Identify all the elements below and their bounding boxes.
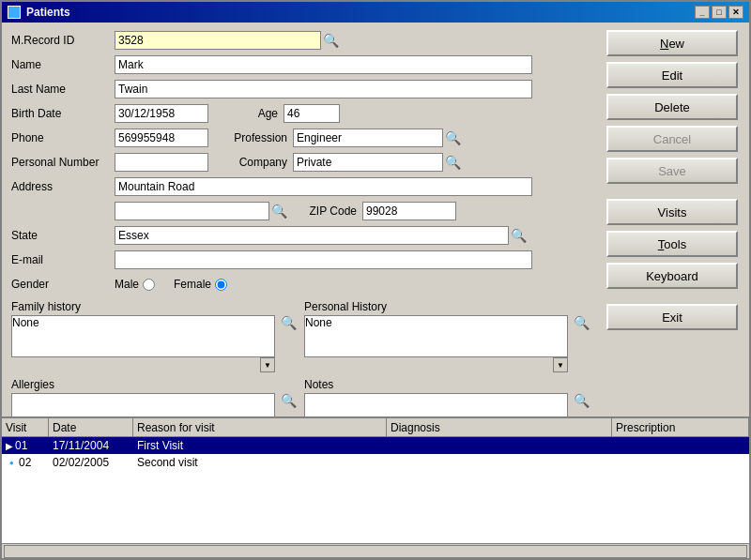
tools-button[interactable]: Tools — [606, 231, 738, 257]
lastname-input[interactable] — [115, 80, 532, 98]
state-search-icon[interactable]: 🔍 — [511, 228, 527, 243]
personal-history-label: Personal History — [304, 300, 590, 313]
personal-history-block: Personal History None ▼ 🔍 — [304, 300, 590, 372]
personalnumber-input[interactable] — [115, 153, 208, 172]
personal-history-input[interactable]: None — [304, 315, 568, 357]
mrecord-search-icon[interactable]: 🔍 — [323, 33, 339, 48]
allergies-inner: ▼ 🔍 — [11, 393, 297, 416]
exit-button[interactable]: Exit — [606, 304, 738, 330]
state-input[interactable] — [115, 226, 509, 245]
visit-cell-date-1: 02/02/2005 — [49, 454, 133, 471]
visit-cell-date-0: 17/11/2004 — [49, 437, 133, 454]
visits-button[interactable]: Visits — [606, 199, 738, 225]
maximize-button[interactable]: □ — [712, 6, 727, 19]
family-history-scroll-down[interactable]: ▼ — [260, 357, 275, 372]
delete-button[interactable]: Delete — [606, 94, 738, 120]
new-button[interactable]: New — [606, 30, 738, 56]
keyboard-button[interactable]: Keyboard — [606, 263, 738, 289]
gender-female-radio[interactable] — [215, 279, 227, 291]
gender-male-option[interactable]: Male — [115, 278, 155, 291]
gender-female-option[interactable]: Female — [174, 278, 227, 291]
gender-row: Gender Male Female — [11, 274, 590, 295]
lastname-row: Last Name — [11, 79, 590, 99]
title-bar: Patients _ □ ✕ — [2, 2, 749, 23]
table-row[interactable]: 🔹02 02/02/2005 Second visit — [2, 454, 749, 471]
name-input[interactable] — [115, 55, 532, 74]
col-header-diagnosis: Diagnosis — [387, 418, 612, 436]
bottom-scrollbar[interactable] — [2, 543, 749, 558]
personalnumber-label: Personal Number — [11, 156, 115, 169]
zipcode-input[interactable] — [362, 202, 456, 220]
name-label: Name — [11, 58, 115, 71]
family-history-search-icon[interactable]: 🔍 — [281, 315, 297, 330]
email-row: E-mail — [11, 250, 590, 270]
personalnumber-row: Personal Number Company 🔍 — [11, 152, 590, 173]
address-input[interactable] — [115, 177, 532, 196]
company-search-icon[interactable]: 🔍 — [445, 155, 461, 170]
visits-table-area: Visit Date Reason for visit Diagnosis Pr… — [2, 416, 749, 543]
gender-female-label: Female — [174, 278, 211, 291]
window-icon — [8, 6, 21, 19]
row-icon-0: ▶ — [6, 441, 13, 451]
family-history-input[interactable]: None — [11, 315, 275, 357]
address-row: Address — [11, 176, 590, 197]
state-label: State — [11, 229, 115, 242]
notes-search-icon[interactable]: 🔍 — [574, 393, 590, 408]
profession-search-icon[interactable]: 🔍 — [445, 130, 461, 145]
birthdate-input[interactable] — [115, 104, 208, 123]
main-window: Patients _ □ ✕ M.Record ID 🔍 Name Las — [0, 0, 751, 560]
visit-cell-prescription-0 — [612, 437, 749, 454]
horizontal-scroll-track[interactable] — [4, 545, 747, 558]
age-label: Age — [208, 107, 284, 120]
address2-search-icon[interactable]: 🔍 — [271, 204, 287, 219]
history-area: Family history None ▼ 🔍 — [11, 300, 590, 372]
allergies-notes-area: Allergies ▼ 🔍 Notes — [11, 378, 590, 416]
visit-cell-prescription-1 — [612, 454, 749, 471]
col-header-reason: Reason for visit — [133, 418, 387, 436]
personal-history-scroll-down[interactable]: ▼ — [553, 357, 568, 372]
allergies-label: Allergies — [11, 378, 297, 391]
age-input[interactable] — [284, 104, 340, 123]
save-button[interactable]: Save — [606, 158, 738, 184]
phone-row: Phone Profession 🔍 — [11, 128, 590, 148]
table-row[interactable]: ▶01 17/11/2004 First Visit — [2, 437, 749, 454]
family-history-inner: None ▼ 🔍 — [11, 315, 297, 372]
family-history-label: Family history — [11, 300, 297, 313]
gender-radio-group: Male Female — [115, 278, 227, 291]
visits-table-body: ▶01 17/11/2004 First Visit 🔹02 02/02/200… — [2, 437, 749, 543]
profession-label: Profession — [208, 131, 293, 144]
row-icon-1: 🔹 — [6, 458, 17, 468]
allergies-search-icon[interactable]: 🔍 — [281, 393, 297, 408]
address-label: Address — [11, 180, 115, 193]
phone-input[interactable] — [115, 129, 208, 147]
lastname-label: Last Name — [11, 83, 115, 96]
company-input[interactable] — [293, 153, 443, 172]
minimize-button[interactable]: _ — [695, 6, 710, 19]
email-input[interactable] — [115, 250, 532, 269]
cancel-button[interactable]: Cancel — [606, 126, 738, 152]
name-row: Name — [11, 54, 590, 75]
visit-cell-reason-1: Second visit — [133, 454, 387, 471]
birthdate-label: Birth Date — [11, 107, 115, 120]
family-history-block: Family history None ▼ 🔍 — [11, 300, 297, 372]
edit-button[interactable]: Edit — [606, 62, 738, 88]
close-button[interactable]: ✕ — [728, 6, 743, 19]
title-bar-buttons: _ □ ✕ — [695, 6, 743, 19]
notes-input[interactable] — [304, 393, 568, 416]
allergies-input[interactable] — [11, 393, 275, 416]
address2-input[interactable] — [115, 202, 269, 220]
notes-block: Notes ▼ 🔍 — [304, 378, 590, 416]
gender-male-radio[interactable] — [143, 279, 155, 291]
visits-table-header: Visit Date Reason for visit Diagnosis Pr… — [2, 418, 749, 437]
allergies-block: Allergies ▼ 🔍 — [11, 378, 297, 416]
mrecord-input[interactable] — [115, 31, 321, 50]
visit-cell-diagnosis-1 — [387, 454, 612, 471]
right-panel: New Edit Delete Cancel Save Visits Tools… — [599, 23, 749, 416]
zipcode-label: ZIP Code — [287, 204, 362, 218]
notes-label: Notes — [304, 378, 590, 391]
gender-label: Gender — [11, 278, 115, 291]
profession-input[interactable] — [293, 129, 443, 147]
visit-cell-visit-0: ▶01 — [2, 437, 49, 454]
personal-history-search-icon[interactable]: 🔍 — [574, 315, 590, 330]
col-header-prescription: Prescription — [612, 418, 749, 436]
